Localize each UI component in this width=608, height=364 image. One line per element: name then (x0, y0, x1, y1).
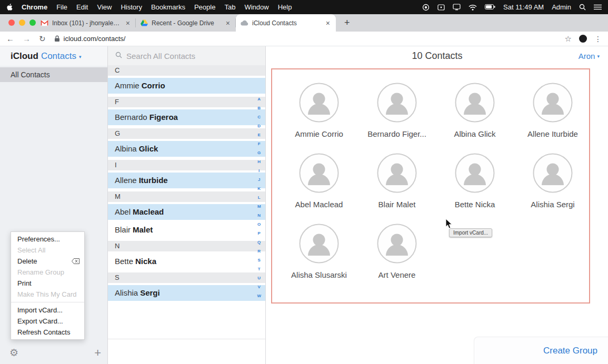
contact-row[interactable]: AlleneIturbide (108, 173, 265, 188)
app-switcher[interactable]: Contacts (41, 51, 76, 62)
search-input[interactable] (126, 52, 242, 60)
index-letter[interactable]: J (257, 178, 261, 182)
index-letter[interactable]: B (257, 106, 261, 110)
contact-row[interactable]: AlbinaGlick (108, 141, 265, 157)
menu-bar-clock[interactable]: Sat 11:49 AM (503, 3, 544, 11)
index-letter[interactable]: D (257, 124, 261, 128)
group-picker[interactable]: Aron ▾ (579, 46, 600, 65)
index-letter[interactable]: M (257, 205, 261, 209)
menu-item-label: Export vCard... (17, 316, 63, 327)
battery-icon[interactable] (485, 4, 495, 10)
contact-card[interactable]: Alishia Sergi (514, 153, 592, 209)
reload-icon[interactable]: ↻ (39, 35, 46, 43)
menu-item-import-vcard[interactable]: Import vCard... (11, 305, 84, 316)
contact-row[interactable]: BlairMalet (108, 222, 265, 238)
menu-people[interactable]: People (194, 3, 215, 11)
back-icon[interactable]: ← (6, 35, 14, 43)
lock-icon[interactable] (54, 35, 60, 42)
new-tab-button[interactable]: + (341, 17, 353, 28)
contact-card[interactable]: Bette Nicka (436, 153, 514, 209)
contact-card[interactable]: Abel Maclead (280, 153, 358, 209)
contact-last-name: Sergi (140, 288, 160, 297)
spotlight-search-icon[interactable] (579, 4, 586, 11)
extension-icon[interactable] (579, 35, 587, 43)
tab-gmail[interactable]: Inbox (101) - jhonyalexander8 × (36, 14, 136, 32)
menu-item-preferences[interactable]: Preferences... (11, 234, 84, 245)
menu-edit[interactable]: Edit (76, 3, 88, 11)
index-letter[interactable]: Q (257, 240, 261, 245)
tab-google-drive[interactable]: Recent - Google Drive × (136, 14, 236, 32)
contact-card[interactable]: Ammie Corrio (280, 83, 358, 138)
index-letter[interactable]: P (257, 231, 261, 236)
menu-bookmarks[interactable]: Bookmarks (151, 3, 185, 11)
forward-icon[interactable]: → (23, 35, 31, 43)
index-letter[interactable]: C (257, 115, 261, 119)
menu-history[interactable]: History (121, 3, 142, 11)
menu-item-label: Make This My Card (17, 289, 76, 300)
menu-bar-user[interactable]: Admin (552, 3, 571, 11)
shortcuts-icon[interactable] (437, 4, 445, 11)
index-letter[interactable]: E (257, 133, 261, 137)
add-contact-button[interactable]: + (94, 347, 101, 359)
gear-icon[interactable]: ⚙ (9, 348, 18, 358)
index-letter[interactable]: I (257, 169, 261, 173)
index-letter[interactable]: R (257, 249, 261, 254)
index-letter[interactable]: A (257, 97, 261, 102)
menu-item-refresh-contacts[interactable]: Refresh Contacts (11, 327, 84, 338)
menu-item-print[interactable]: Print (11, 278, 84, 289)
contact-row[interactable]: AlishiaSergi (108, 285, 265, 301)
avatar (299, 83, 339, 123)
tab-icloud-contacts[interactable]: iCloud Contacts × (236, 14, 336, 32)
chevron-down-icon[interactable]: ▾ (79, 54, 82, 59)
bookmark-star-icon[interactable]: ☆ (565, 35, 572, 43)
contact-card-name: Bernardo Figer... (367, 129, 426, 138)
menu-tab[interactable]: Tab (224, 3, 235, 11)
contact-card[interactable]: Bernardo Figer... (358, 83, 436, 138)
main-header: 10 Contacts Aron ▾ (266, 46, 608, 65)
menu-file[interactable]: File (56, 3, 67, 11)
search-bar[interactable] (108, 46, 265, 65)
menu-chrome[interactable]: Chrome (22, 3, 47, 11)
index-letter[interactable]: S (257, 258, 261, 262)
close-tab-icon[interactable]: × (325, 19, 331, 27)
index-letter[interactable]: H (257, 160, 261, 164)
index-letter[interactable]: G (257, 151, 261, 155)
wifi-icon[interactable] (469, 4, 477, 11)
menu-window[interactable]: Window (244, 3, 268, 11)
sidebar-item-all-contacts[interactable]: All Contacts (0, 67, 107, 82)
menu-item-export-vcard[interactable]: Export vCard... (11, 316, 84, 327)
index-letter[interactable]: N (257, 214, 261, 218)
apple-menu-icon[interactable] (6, 3, 13, 11)
index-letter[interactable]: K (257, 187, 261, 191)
contact-card[interactable]: Allene Iturbide (514, 83, 592, 138)
minimize-window-button[interactable] (19, 19, 25, 26)
close-tab-icon[interactable]: × (225, 19, 231, 27)
index-letter[interactable]: U (257, 276, 261, 280)
menu-view[interactable]: View (97, 3, 112, 11)
screen-record-icon[interactable] (422, 4, 430, 11)
close-tab-icon[interactable]: × (125, 19, 131, 27)
browser-menu-icon[interactable]: ⋮ (594, 35, 602, 43)
zoom-window-button[interactable] (29, 19, 36, 26)
menu-item-delete[interactable]: Delete (11, 256, 84, 267)
display-icon[interactable] (453, 4, 461, 11)
contact-row[interactable]: BetteNicka (108, 254, 265, 269)
index-letter[interactable]: O (257, 223, 261, 227)
index-letter[interactable]: F (257, 142, 261, 146)
url-text[interactable]: icloud.com/contacts/ (64, 35, 126, 43)
index-letter[interactable]: V (257, 285, 261, 289)
close-window-button[interactable] (8, 19, 15, 26)
contact-row[interactable]: AbelMaclead (108, 204, 265, 220)
index-letter[interactable]: T (257, 267, 261, 271)
index-letter[interactable]: W (257, 294, 261, 298)
contact-row[interactable]: AmmieCorrio (108, 78, 265, 94)
contact-card[interactable]: Alisha Slusarski (280, 224, 358, 279)
contact-row[interactable]: BernardoFigeroa (108, 109, 265, 125)
create-group-button[interactable]: Create Group (543, 346, 597, 356)
contact-card[interactable]: Art Venere (358, 224, 436, 279)
index-letter[interactable]: L (257, 196, 261, 200)
menu-help[interactable]: Help (278, 3, 292, 11)
contact-card[interactable]: Albina Glick (436, 83, 514, 138)
contact-card[interactable]: Blair Malet (358, 153, 436, 209)
menu-list-icon[interactable] (594, 4, 602, 10)
